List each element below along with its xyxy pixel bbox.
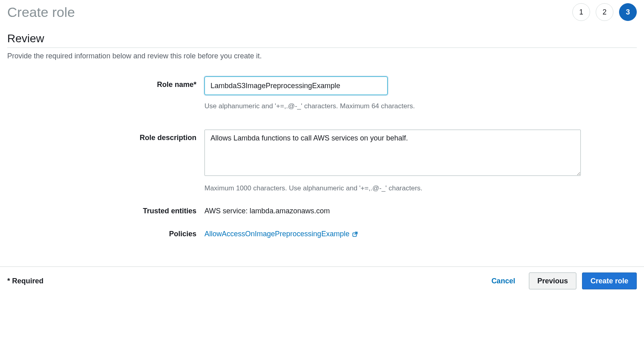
page-title: Create role: [7, 4, 75, 20]
policy-link[interactable]: AllowAccessOnImagePreprocessingExample: [204, 230, 358, 238]
section-title: Review: [7, 32, 637, 48]
policy-link-text: AllowAccessOnImagePreprocessingExample: [204, 230, 349, 238]
previous-button[interactable]: Previous: [529, 272, 576, 289]
role-name-label: Role name*: [7, 76, 204, 89]
role-description-label: Role description: [7, 130, 204, 142]
role-name-input[interactable]: [204, 76, 388, 95]
section-description: Provide the required information below a…: [7, 52, 637, 60]
policies-label: Policies: [7, 230, 204, 238]
cancel-button[interactable]: Cancel: [483, 272, 523, 289]
wizard-steps: 1 2 3: [572, 3, 637, 21]
wizard-step-3[interactable]: 3: [619, 3, 637, 21]
review-form: Role name* Use alphanumeric and '+=,.@-_…: [7, 76, 637, 238]
role-description-input[interactable]: [204, 130, 581, 176]
trusted-entities-value: AWS service: lambda.amazonaws.com: [204, 207, 330, 215]
wizard-step-1[interactable]: 1: [572, 3, 590, 21]
wizard-step-2[interactable]: 2: [596, 3, 613, 21]
create-role-button[interactable]: Create role: [582, 272, 637, 289]
role-description-hint: Maximum 1000 characters. Use alphanumeri…: [204, 184, 637, 192]
role-name-hint: Use alphanumeric and '+=,.@-_' character…: [204, 102, 637, 110]
wizard-footer: * Required Cancel Previous Create role: [0, 266, 644, 297]
trusted-entities-label: Trusted entities: [7, 207, 204, 215]
required-note: * Required: [7, 277, 43, 285]
external-link-icon: [352, 231, 358, 237]
